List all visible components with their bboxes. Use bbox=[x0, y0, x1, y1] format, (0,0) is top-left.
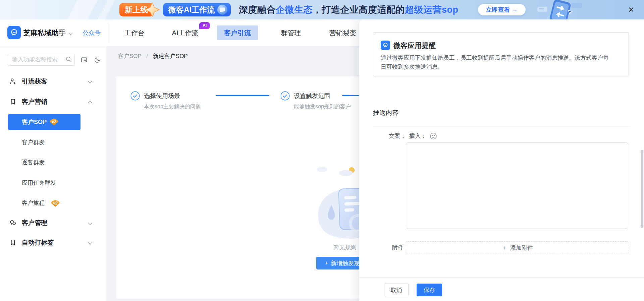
step-connector bbox=[216, 95, 269, 96]
tab-group-management[interactable]: 群管理 bbox=[276, 25, 306, 40]
breadcrumb: 客户SOP / 新建客户SOP bbox=[118, 52, 188, 60]
sidebar-item-acquisition[interactable]: 引流获客 bbox=[0, 75, 107, 88]
product-badge: 微客AI工作流 bbox=[163, 3, 231, 16]
ai-badge: AI bbox=[199, 22, 210, 29]
insert-label: 插入： bbox=[409, 132, 426, 140]
v2-badge: v2 bbox=[51, 200, 60, 207]
copy-row: 文案： 插入： bbox=[389, 132, 437, 140]
breadcrumb-separator: / bbox=[146, 53, 148, 59]
nav-divider bbox=[108, 23, 108, 43]
sidebar-item-customer-sop[interactable]: 客户SOP v2 bbox=[8, 114, 80, 130]
product-badge-label: 微客AI工作流 bbox=[168, 5, 215, 15]
sidebar-item-auto-tagging[interactable]: 自动打标签 bbox=[0, 236, 107, 249]
sidebar-item-customer-marketing[interactable]: 客户营销 bbox=[0, 95, 107, 109]
chevron-up-icon bbox=[88, 101, 92, 105]
sidebar-item-customer-mass-send[interactable]: 客户群发 bbox=[0, 136, 107, 149]
add-attachment-button[interactable]: ＋ 添加附件 bbox=[406, 241, 628, 254]
breadcrumb-new-customer-sop: 新建客户SOP bbox=[153, 53, 188, 59]
step2-subtitle: 能够触发sop规则的客户 bbox=[294, 103, 351, 110]
page-scrollbar[interactable] bbox=[641, 150, 643, 228]
weike-app-notice-card: 微客应用提醒 通过微客应用下发通知给员工，员工收到提醒后需手动操作客户的消息推送… bbox=[373, 32, 629, 76]
bookmark-icon bbox=[9, 239, 16, 246]
brand-selector[interactable]: 芝麻私域助手 bbox=[23, 19, 66, 46]
sidebar-item-app-task-send[interactable]: 应用任务群发 bbox=[0, 176, 107, 190]
banner-illustration bbox=[529, 0, 586, 19]
sidebar-item-customer-journey[interactable]: 客户旅程 v2 bbox=[0, 196, 107, 210]
chat-bubble-icon bbox=[9, 28, 19, 37]
plus-icon: + bbox=[325, 260, 328, 266]
copy-label: 文案： bbox=[389, 132, 406, 140]
emoji-picker-icon[interactable] bbox=[430, 132, 437, 140]
chevron-down-icon bbox=[88, 79, 92, 83]
chat-bubble-icon bbox=[381, 41, 390, 50]
empty-text: 暂无规则 bbox=[334, 244, 357, 251]
step2-check-icon bbox=[280, 91, 290, 101]
bookmark-icon bbox=[9, 98, 16, 105]
coin-icon bbox=[217, 5, 227, 15]
sidebar: 引流获客 客户营销 客户SOP v2 客户群发 逐客群发 应用任务群发 客户旅程… bbox=[0, 46, 107, 301]
dark-mode-moon-icon[interactable] bbox=[94, 57, 101, 63]
tab-marketing-fission[interactable]: 营销裂变 bbox=[326, 25, 360, 40]
sidebar-item-customer-management[interactable]: 客户管理 bbox=[0, 216, 107, 230]
push-content-section-title: 推送内容 bbox=[373, 109, 398, 117]
chevron-down-icon bbox=[88, 221, 92, 225]
sidebar-item-one-by-one-send[interactable]: 逐客群发 bbox=[0, 156, 107, 169]
tab-customer-acquisition[interactable]: 客户引流 bbox=[217, 25, 258, 40]
tab-workbench[interactable]: 工作台 bbox=[119, 25, 150, 40]
plus-icon: ＋ bbox=[501, 243, 507, 252]
sidebar-search bbox=[8, 54, 75, 66]
notice-description: 通过微客应用下发通知给员工，员工收到提醒后需手动操作客户的消息推送。该方式客户每… bbox=[381, 53, 612, 71]
v2-badge: v2 bbox=[50, 119, 58, 126]
step1-title: 选择使用场景 bbox=[144, 91, 180, 101]
breadcrumb-customer-sop[interactable]: 客户SOP bbox=[118, 53, 142, 59]
chevron-down-icon bbox=[88, 240, 92, 245]
user-add-icon bbox=[9, 78, 16, 85]
save-button[interactable]: 保存 bbox=[417, 284, 442, 296]
gem-icon bbox=[144, 2, 160, 18]
section-divider bbox=[373, 127, 630, 127]
search-icon bbox=[66, 56, 72, 62]
footer-divider bbox=[359, 277, 644, 278]
push-copy-textarea[interactable] bbox=[406, 142, 628, 229]
step1-check-icon bbox=[130, 91, 140, 101]
banner-headline: 深度融合企微生态，打造企业高度适配的超级运营sop bbox=[239, 0, 459, 19]
promo-banner: 新上线 微客AI工作流 深度融合企微生态，打造企业高度适配的超级运营sop 立即… bbox=[0, 0, 644, 19]
close-icon[interactable]: ✕ bbox=[626, 4, 637, 15]
view-now-button[interactable]: 立即查看 → bbox=[478, 4, 526, 15]
cancel-button[interactable]: 取消 bbox=[384, 284, 409, 296]
tab-ai-workflow[interactable]: AI工作流 AI bbox=[165, 25, 205, 40]
app-logo bbox=[7, 26, 21, 39]
push-settings-drawer: 微客应用提醒 通过微客应用下发通知给员工，员工收到提醒后需手动操作客户的消息推送… bbox=[359, 19, 644, 301]
step1-subtitle: 本次sop主要解决的问题 bbox=[144, 103, 201, 110]
notice-title: 微客应用提醒 bbox=[393, 41, 436, 50]
chat-contacts-icon bbox=[9, 219, 16, 226]
step2-title: 设置触发范围 bbox=[294, 91, 330, 101]
search-input[interactable] bbox=[8, 54, 75, 66]
panel-collapse-icon[interactable] bbox=[80, 56, 88, 63]
